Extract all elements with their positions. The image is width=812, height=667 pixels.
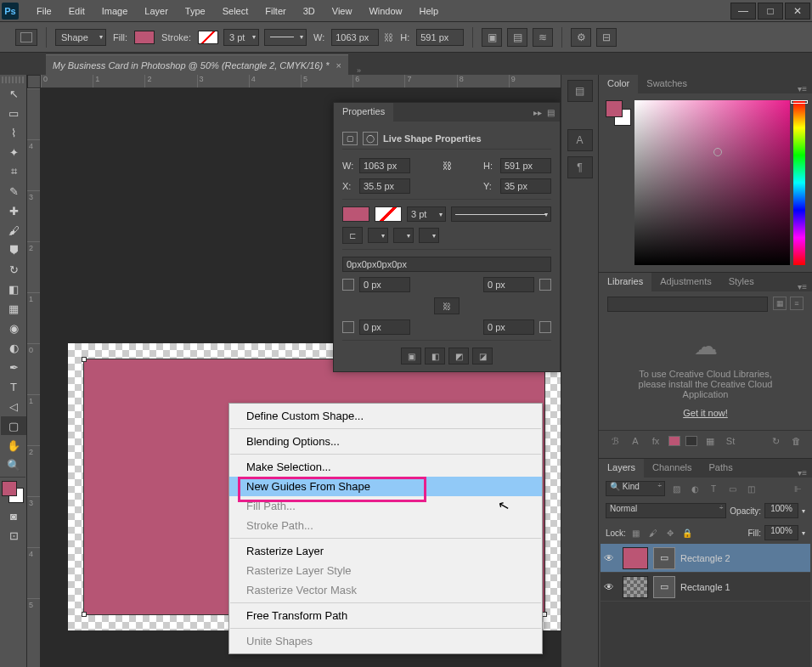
path-arrangement-icon[interactable]: ≋ (533, 28, 553, 47)
layers-panel-menu-icon[interactable]: ▾≡ (792, 468, 812, 478)
corner-br-input[interactable] (483, 319, 534, 335)
add-text-style-icon[interactable]: ℬ (607, 434, 623, 448)
ctx-blending-options[interactable]: Blending Options... (229, 432, 542, 451)
filter-shape-icon[interactable]: ▭ (725, 482, 740, 495)
healing-tool[interactable]: ✚ (1, 201, 26, 220)
blend-mode-dropdown[interactable]: Normal (606, 503, 726, 518)
grid-view-icon[interactable]: ▦ (773, 297, 787, 310)
menu-file[interactable]: File (29, 3, 59, 20)
rectangle-tool[interactable]: ▢ (1, 416, 26, 435)
stroke-style-dropdown[interactable] (264, 29, 307, 46)
ruler-corner[interactable] (27, 75, 41, 88)
intersect-shapes-icon[interactable]: ◩ (448, 348, 469, 365)
menu-layer[interactable]: Layer (137, 3, 176, 20)
color-field[interactable] (634, 100, 790, 265)
prop-stroke-width[interactable]: 3 pt (407, 206, 446, 222)
libraries-tab[interactable]: Libraries (599, 273, 651, 291)
color-tab[interactable]: Color (599, 75, 638, 93)
align-edges-icon[interactable]: ⊟ (596, 28, 617, 47)
filter-pixel-icon[interactable]: ▨ (668, 482, 684, 495)
layer-item-rectangle-1[interactable]: 👁 ▭ Rectangle 1 (601, 573, 810, 602)
menu-filter[interactable]: Filter (257, 3, 293, 20)
layer-mask-thumb[interactable]: ▭ (653, 576, 675, 598)
lasso-tool[interactable]: ⌇ (1, 123, 26, 142)
vertical-ruler[interactable]: 4321012345 (27, 88, 41, 667)
corner-tr-input[interactable] (483, 277, 534, 292)
ctx-rasterize-layer[interactable]: Rasterize Layer (229, 541, 542, 561)
filter-smart-icon[interactable]: ◫ (743, 482, 758, 495)
cap-dropdown[interactable] (393, 228, 414, 243)
layer-thumb[interactable] (623, 547, 648, 569)
gear-icon[interactable]: ⚙ (571, 28, 591, 47)
crop-tool[interactable]: ⌗ (1, 162, 26, 181)
properties-tab[interactable]: Properties (334, 103, 393, 122)
add-color-2-icon[interactable] (685, 436, 697, 446)
prop-fill-swatch[interactable] (342, 206, 369, 222)
prop-stroke-style[interactable] (451, 206, 551, 222)
add-layer-style-icon[interactable]: fx (648, 434, 663, 448)
corner-bl-check[interactable] (342, 321, 354, 333)
collapse-icon[interactable]: ▸▸ (533, 108, 542, 117)
menu-select[interactable]: Select (215, 3, 257, 20)
stroke-width-input[interactable]: 3 pt (223, 29, 259, 46)
color-swatches[interactable] (606, 100, 631, 265)
cloud-sync-icon[interactable]: ↻ (768, 434, 783, 448)
toolbox-grip[interactable] (2, 76, 25, 83)
mode-dropdown[interactable]: Shape (55, 29, 106, 46)
lock-image-icon[interactable]: 🖌 (646, 526, 660, 540)
fg-swatch[interactable] (606, 100, 623, 117)
corner-tr-check[interactable] (539, 279, 551, 291)
close-tab-icon[interactable]: × (336, 60, 341, 71)
pen-tool[interactable]: ✒ (1, 358, 26, 376)
corner-bl-input[interactable] (359, 319, 410, 335)
layer-mask-thumb[interactable]: ▭ (653, 547, 675, 569)
color-cursor[interactable] (713, 148, 722, 156)
character-panel-icon[interactable]: A (567, 129, 593, 151)
align-cap-icon[interactable]: ⊏ (342, 227, 363, 244)
quick-mask-icon[interactable]: ◙ (1, 506, 26, 525)
layer-name[interactable]: Rectangle 1 (680, 582, 730, 592)
prop-x-input[interactable] (359, 178, 410, 194)
history-panel-icon[interactable]: ▤ (567, 80, 593, 102)
prop-y-input[interactable] (500, 178, 551, 194)
minimize-button[interactable]: — (730, 3, 756, 20)
channels-tab[interactable]: Channels (644, 459, 700, 478)
horizontal-ruler[interactable]: 0123456789 (41, 75, 561, 88)
type-tool[interactable]: T (1, 377, 26, 396)
path-selection-tool[interactable]: ◁ (1, 397, 26, 415)
join-dropdown[interactable] (419, 228, 439, 243)
add-graphic-icon[interactable]: ▦ (702, 434, 718, 448)
menu-window[interactable]: Window (361, 3, 409, 20)
prop-width-input[interactable] (359, 158, 410, 173)
prop-height-input[interactable] (500, 158, 551, 173)
link-wh-icon[interactable]: ⛓ (415, 161, 478, 171)
lock-transparency-icon[interactable]: ▦ (629, 526, 643, 540)
path-alignment-icon[interactable]: ▤ (507, 28, 527, 47)
gradient-tool[interactable]: ▦ (1, 299, 26, 318)
ctx-make-selection[interactable]: Make Selection... (229, 457, 542, 477)
kind-filter-dropdown[interactable]: 🔍 Kind (606, 481, 665, 496)
lock-position-icon[interactable]: ✥ (663, 526, 677, 540)
layer-thumb[interactable] (623, 576, 648, 598)
prop-stroke-swatch[interactable] (375, 206, 402, 222)
prop-radii-input[interactable] (342, 257, 551, 272)
filter-type-icon[interactable]: T (706, 482, 721, 495)
color-panel-menu-icon[interactable]: ▾≡ (792, 84, 812, 93)
layer-name[interactable]: Rectangle 2 (680, 553, 730, 563)
subtract-shapes-icon[interactable]: ◧ (425, 348, 445, 365)
panel-menu-icon[interactable]: ▤ (547, 108, 555, 117)
exclude-shapes-icon[interactable]: ◪ (472, 348, 493, 365)
screen-mode-icon[interactable]: ⊡ (1, 526, 26, 545)
align-inside-dropdown[interactable] (368, 228, 388, 243)
filter-adjust-icon[interactable]: ◐ (687, 482, 702, 495)
corner-tl-check[interactable] (342, 279, 354, 291)
handle-top-left[interactable] (82, 357, 87, 362)
combine-shapes-icon[interactable]: ▣ (401, 348, 421, 365)
fill-color-swatch[interactable] (134, 31, 155, 44)
move-tool[interactable]: ↖ (1, 84, 26, 103)
ctx-new-guides-from-shape[interactable]: New Guides From Shape (229, 477, 542, 496)
layer-visibility-icon[interactable]: 👁 (604, 581, 617, 593)
trash-icon[interactable]: 🗑 (788, 434, 804, 448)
filter-toggle-icon[interactable]: ⊩ (790, 482, 805, 495)
list-view-icon[interactable]: ≡ (790, 297, 804, 310)
